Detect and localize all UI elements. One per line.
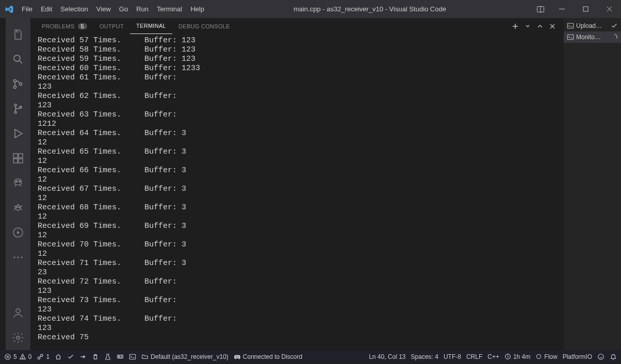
menu-file[interactable]: File <box>18 5 37 13</box>
run-debug-icon[interactable] <box>6 121 30 146</box>
window-controls <box>550 0 621 18</box>
menu-terminal[interactable]: Terminal <box>153 5 186 13</box>
settings-gear-icon[interactable] <box>6 325 30 350</box>
status-build-icon[interactable] <box>67 353 74 360</box>
loading-icon <box>611 34 618 41</box>
svg-line-43 <box>40 356 41 357</box>
task-label: Monito… <box>576 34 609 41</box>
branch-icon[interactable] <box>6 96 30 121</box>
svg-point-22 <box>17 207 18 208</box>
svg-point-23 <box>19 207 20 208</box>
warning-icon <box>19 353 26 360</box>
titlebar: File Edit Selection View Go Run Terminal… <box>0 0 621 18</box>
menu-help[interactable]: Help <box>186 5 208 13</box>
extensions-icon[interactable] <box>6 146 30 171</box>
main-area: PROBLEMS 5 OUTPUT TERMINAL DEBUG CONSOLE <box>0 18 621 350</box>
status-platform[interactable]: PlatformIO <box>563 353 592 360</box>
status-cursor[interactable]: Ln 40, Col 13 <box>369 353 405 360</box>
discord-label: Connected to Discord <box>243 353 302 360</box>
bug-icon[interactable] <box>6 195 30 220</box>
close-button[interactable] <box>597 0 621 18</box>
svg-point-20 <box>19 181 21 183</box>
svg-point-40 <box>22 358 23 358</box>
task-label: Upload… <box>576 22 609 29</box>
tab-debug-console[interactable]: DEBUG CONSOLE <box>172 18 236 34</box>
menu-selection[interactable]: Selection <box>56 5 92 13</box>
svg-point-29 <box>17 336 20 339</box>
search-icon[interactable] <box>6 47 30 72</box>
terminal-sidebar: Upload… Monito… <box>563 18 621 350</box>
problems-badge: 5 <box>78 23 87 29</box>
maximize-button[interactable] <box>574 0 597 18</box>
status-serial-icon[interactable] <box>117 353 124 360</box>
svg-point-6 <box>14 55 20 61</box>
svg-rect-35 <box>567 35 573 40</box>
svg-point-25 <box>14 257 15 258</box>
status-eol[interactable]: CRLF <box>466 353 482 360</box>
split-terminal-dropdown-icon[interactable] <box>522 21 533 32</box>
tab-output[interactable]: OUTPUT <box>93 18 130 34</box>
layout-toggle-icon[interactable] <box>531 0 550 18</box>
ports-count: 1 <box>46 353 50 360</box>
task-upload[interactable]: Upload… <box>564 20 621 31</box>
status-bell-icon[interactable] <box>610 353 617 360</box>
panel-actions <box>510 21 558 32</box>
ports-icon <box>37 353 44 360</box>
status-test-icon[interactable] <box>104 353 111 360</box>
svg-point-50 <box>537 354 541 358</box>
status-env[interactable]: Default (as32_receiver_v10) <box>141 353 228 360</box>
menu-go[interactable]: Go <box>115 5 132 13</box>
menu-view[interactable]: View <box>92 5 115 13</box>
svg-rect-34 <box>567 23 573 28</box>
clock-icon <box>504 353 511 360</box>
status-spaces[interactable]: Spaces: 4 <box>411 353 438 360</box>
svg-rect-45 <box>119 356 120 357</box>
svg-point-42 <box>41 354 43 356</box>
tab-problems-label: PROBLEMS <box>42 23 75 29</box>
status-home-icon[interactable] <box>55 353 62 360</box>
platformio-alien-icon[interactable] <box>6 171 30 195</box>
menu-run[interactable]: Run <box>132 5 153 13</box>
close-panel-icon[interactable] <box>547 21 558 32</box>
env-label: Default (as32_receiver_v10) <box>151 353 228 360</box>
terminal-output[interactable]: Received 57 Times. Buffer: 123 Received … <box>30 34 563 350</box>
folder-icon <box>141 353 149 360</box>
status-upload-icon[interactable] <box>79 353 87 360</box>
source-control-icon[interactable] <box>6 72 30 96</box>
discord-icon <box>234 353 241 360</box>
svg-rect-16 <box>19 159 23 163</box>
bolt-icon[interactable] <box>6 220 30 245</box>
more-icon[interactable] <box>6 245 30 270</box>
svg-line-7 <box>20 61 22 63</box>
account-icon[interactable] <box>6 301 30 325</box>
tab-problems[interactable]: PROBLEMS 5 <box>36 18 93 34</box>
status-clean-icon[interactable] <box>92 353 99 360</box>
maximize-panel-icon[interactable] <box>534 21 546 32</box>
status-bar: 5 0 1 Default (as32_receiver_v10) Connec… <box>0 350 621 363</box>
explorer-icon[interactable] <box>6 22 30 47</box>
tab-terminal[interactable]: TERMINAL <box>130 18 172 34</box>
status-discord[interactable]: Connected to Discord <box>234 353 302 360</box>
status-feedback-icon[interactable] <box>597 353 604 360</box>
flow-label: Flow <box>544 353 557 360</box>
status-lang[interactable]: C++ <box>487 353 499 360</box>
status-terminal-icon[interactable] <box>129 353 136 360</box>
error-count: 5 <box>13 353 17 360</box>
status-flow[interactable]: Flow <box>535 353 557 360</box>
panel-tabs: PROBLEMS 5 OUTPUT TERMINAL DEBUG CONSOLE <box>30 18 563 34</box>
menu-edit[interactable]: Edit <box>37 5 56 13</box>
time-label: 1h 4m <box>513 353 530 360</box>
status-time[interactable]: 1h 4m <box>504 353 530 360</box>
svg-rect-3 <box>583 7 588 11</box>
status-encoding[interactable]: UTF-8 <box>444 353 461 360</box>
status-ports[interactable]: 1 <box>37 353 50 360</box>
task-monitor[interactable]: Monito… <box>564 31 621 43</box>
svg-point-28 <box>16 309 20 313</box>
new-terminal-icon[interactable] <box>510 21 521 32</box>
status-errors[interactable]: 5 0 <box>4 353 31 360</box>
vscode-icon <box>5 5 13 13</box>
panel-area: PROBLEMS 5 OUTPUT TERMINAL DEBUG CONSOLE <box>30 18 563 350</box>
minimize-button[interactable] <box>550 0 574 18</box>
svg-rect-17 <box>19 154 23 158</box>
svg-point-27 <box>21 257 23 258</box>
